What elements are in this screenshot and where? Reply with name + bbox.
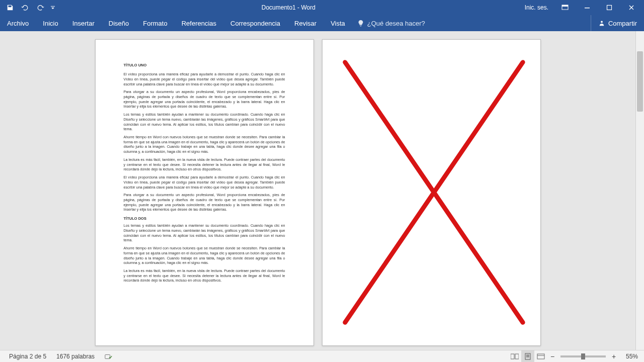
tab-inicio[interactable]: Inicio	[36, 15, 65, 31]
undo-button[interactable]	[18, 1, 32, 15]
paragraph: La lectura es más fácil, también, en la …	[124, 157, 285, 172]
tab-diseno[interactable]: Diseño	[102, 15, 136, 31]
zoom-out-button[interactable]: −	[547, 352, 557, 360]
document-page-1[interactable]: TÍTULO UNO El vídeo proporciona una mane…	[95, 39, 314, 346]
paragraph: Los temas y estilos también ayudan a man…	[124, 112, 285, 132]
tell-me-search[interactable]: ¿Qué desea hacer?	[352, 15, 430, 31]
save-button[interactable]	[3, 1, 17, 15]
tab-correspondencia[interactable]: Correspondencia	[223, 15, 287, 31]
zoom-controls: − + 55%	[547, 352, 640, 360]
paragraph: El vídeo proporciona una manera eficaz p…	[124, 175, 285, 190]
share-label: Compartir	[608, 20, 637, 27]
zoom-slider-thumb[interactable]	[581, 353, 585, 359]
heading-2: TÍTULO DOS	[124, 216, 285, 221]
zoom-in-button[interactable]: +	[609, 352, 619, 360]
paragraph: Para otorgar a su documento un aspecto p…	[124, 193, 285, 212]
document-page-2[interactable]	[322, 39, 541, 346]
paragraph: Ahorre tiempo en Word con nuevos botones…	[124, 246, 285, 265]
share-button[interactable]: Compartir	[591, 15, 644, 31]
tab-revisar[interactable]: Revisar	[287, 15, 324, 31]
redo-button[interactable]	[33, 1, 47, 15]
window-close-button[interactable]	[621, 1, 642, 15]
tab-insertar[interactable]: Insertar	[65, 15, 102, 31]
paragraph: Ahorre tiempo en Word con nuevos botones…	[124, 135, 285, 154]
tab-referencias[interactable]: Referencias	[175, 15, 223, 31]
page-number-status[interactable]: Página 2 de 5	[4, 350, 51, 362]
svg-rect-3	[607, 6, 612, 10]
svg-rect-8	[511, 354, 514, 359]
heading-1: TÍTULO UNO	[124, 63, 285, 68]
svg-rect-9	[515, 354, 519, 359]
page-content: TÍTULO UNO El vídeo proporciona una mane…	[124, 63, 285, 322]
document-workspace: TÍTULO UNO El vídeo proporciona una mane…	[0, 31, 644, 350]
paragraph: Para otorgar a su documento un aspecto p…	[124, 89, 285, 109]
spellcheck-status[interactable]	[100, 350, 118, 362]
share-icon	[598, 20, 605, 27]
window-maximize-button[interactable]	[599, 1, 620, 15]
paragraph: El vídeo proporciona una manera eficaz p…	[124, 72, 285, 86]
zoom-level-label[interactable]: 55%	[620, 353, 640, 360]
zoom-slider[interactable]	[560, 355, 606, 357]
qat-customize-button[interactable]	[48, 1, 57, 15]
red-x-annotation	[323, 40, 540, 345]
window-minimize-button[interactable]	[577, 1, 598, 15]
paragraph: Los temas y estilos también ayudan a man…	[124, 223, 285, 243]
web-layout-button[interactable]	[534, 350, 547, 362]
paragraph: La lectura es más fácil, también, en la …	[124, 268, 285, 283]
ribbon-display-options-button[interactable]	[554, 1, 576, 15]
svg-rect-2	[585, 8, 590, 9]
lightbulb-icon	[357, 20, 364, 27]
scrollbar-thumb[interactable]	[637, 51, 643, 112]
quick-access-toolbar	[0, 1, 57, 15]
svg-rect-1	[562, 5, 568, 7]
tab-vista[interactable]: Vista	[324, 15, 352, 31]
word-count-status[interactable]: 1676 palabras	[51, 350, 100, 362]
tab-formato[interactable]: Formato	[136, 15, 174, 31]
vertical-scrollbar[interactable]	[635, 31, 644, 350]
window-title: Documento1 - Word	[57, 4, 520, 11]
svg-rect-7	[105, 354, 110, 358]
svg-rect-10	[525, 353, 530, 359]
titlebar: Documento1 - Word Inic. ses.	[0, 0, 644, 15]
svg-rect-14	[537, 354, 544, 359]
signin-link[interactable]: Inic. ses.	[520, 1, 553, 15]
ribbon-tabs: Archivo Inicio Insertar Diseño Formato R…	[0, 15, 644, 31]
read-mode-button[interactable]	[508, 350, 521, 362]
tell-me-placeholder: ¿Qué desea hacer?	[367, 20, 425, 27]
print-layout-button[interactable]	[521, 350, 534, 362]
tab-archivo[interactable]: Archivo	[0, 15, 36, 31]
status-bar: Página 2 de 5 1676 palabras − + 55%	[0, 350, 644, 362]
svg-point-4	[601, 21, 603, 23]
